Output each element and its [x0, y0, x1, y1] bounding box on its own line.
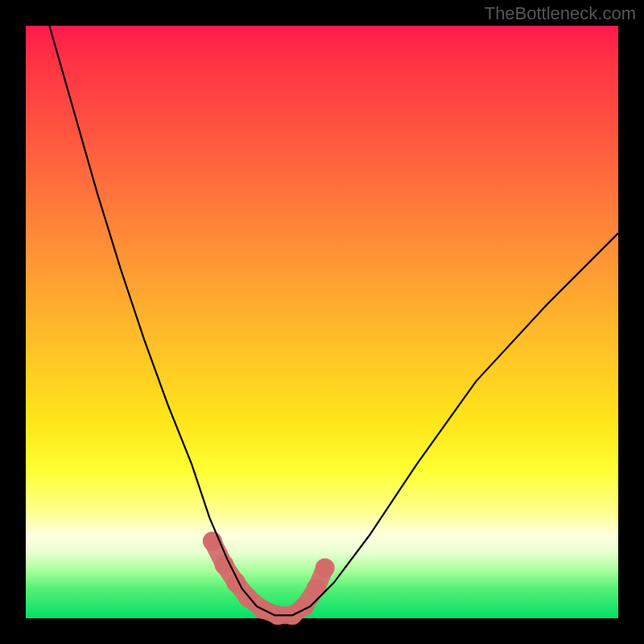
- watermark-text: TheBottleneck.com: [485, 3, 636, 24]
- highlight-band: [203, 531, 335, 625]
- chart-frame: TheBottleneck.com: [0, 0, 644, 644]
- svg-point-8: [307, 579, 326, 598]
- svg-point-9: [316, 558, 335, 577]
- curve-layer: [26, 26, 618, 618]
- plot-area: [26, 26, 618, 618]
- bottleneck-curve: [49, 26, 618, 615]
